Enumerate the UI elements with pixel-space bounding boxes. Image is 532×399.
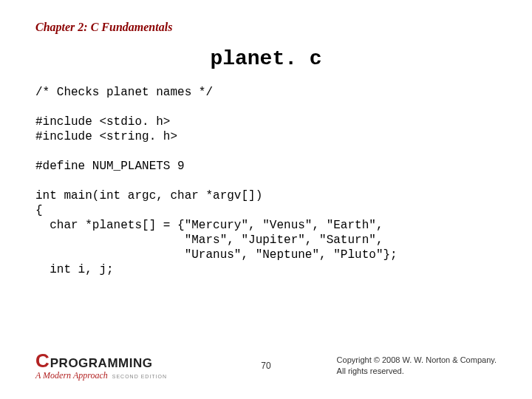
copyright-block: Copyright © 2008 W. W. Norton & Company.… — [337, 355, 497, 376]
book-logo: C PROGRAMMING A Modern Approach SECOND E… — [35, 351, 167, 380]
chapter-heading: Chapter 2: C Fundamentals — [35, 21, 497, 34]
logo-top-row: C PROGRAMMING — [35, 351, 167, 370]
copyright-line-2: All rights reserved. — [337, 366, 497, 376]
copyright-line-1: Copyright © 2008 W. W. Norton & Company. — [337, 355, 497, 365]
footer: C PROGRAMMING A Modern Approach SECOND E… — [35, 351, 497, 380]
logo-edition: SECOND EDITION — [112, 374, 167, 379]
slide-title: planet. c — [35, 47, 497, 70]
logo-letter-c: C — [35, 351, 49, 370]
page-number: 70 — [261, 361, 270, 371]
logo-word-programming: PROGRAMMING — [50, 357, 153, 369]
logo-subtitle-row: A Modern Approach SECOND EDITION — [35, 371, 167, 380]
logo-subtitle: A Modern Approach — [35, 371, 108, 380]
code-block: /* Checks planet names */ #include <stdi… — [35, 85, 497, 277]
